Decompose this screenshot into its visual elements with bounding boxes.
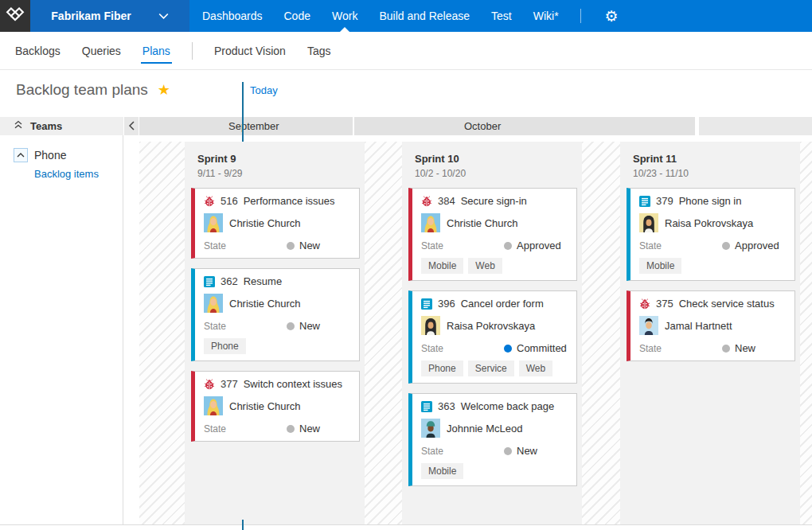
assignee-name: Johnnie McLeod [447,423,522,435]
tag-row: Mobile [421,463,569,479]
card-assignee-row: Jamal Hartnett [639,316,787,335]
settings-gear-icon[interactable]: ⚙ [605,9,619,24]
state-label: State [639,343,722,354]
chevron-down-icon [158,9,169,23]
assignee-name: Raisa Pokrovskaya [665,217,753,229]
card-title-row: 377 Switch context issues [204,378,352,390]
sprint-header: Sprint 1110/23 - 11/10 [620,142,800,179]
timeline-month-band: September October [139,117,812,135]
backlog-items-link[interactable]: Backlog items [34,168,123,180]
avatar [421,419,440,438]
work-item-card[interactable]: 363 Welcome back page Johnnie McLeod Sta… [408,393,577,486]
work-item-id: 384 [438,195,455,207]
sprint-column: Sprint 99/11 - 9/29 516 Performance issu… [185,142,365,524]
state-dot [287,322,295,330]
work-item-id: 516 [221,195,238,207]
nav-item-test[interactable]: Test [491,0,512,32]
tab-queries[interactable]: Queries [82,32,121,69]
work-item-id: 362 [221,275,238,287]
tag-row: MobileWeb [421,258,569,274]
avatar [421,316,440,335]
nav-item-build-and-release[interactable]: Build and Release [379,0,470,32]
state-label: State [421,343,504,354]
vsts-logo[interactable] [0,0,30,32]
tab-plans[interactable]: Plans [142,32,170,69]
team-collapse-button[interactable] [14,148,28,162]
project-name: Fabrikam Fiber [51,10,131,22]
backlog-item-icon [421,401,432,412]
state-value: Committed [504,342,567,354]
today-label: Today [250,84,278,96]
month-segment-october [354,117,695,135]
work-item-card[interactable]: 396 Cancel order form Raisa Pokrovskaya … [408,290,577,384]
work-item-title: Switch context issues [244,378,342,390]
month-segment-next [699,117,812,135]
card-stack: 379 Phone sign in Raisa Pokrovskaya Stat… [627,188,795,371]
timeline-gap [582,142,620,524]
top-nav: Fabrikam Fiber Dashboards Code Work Buil… [0,0,812,32]
work-item-title: Welcome back page [461,400,555,412]
backlog-item-icon [421,298,432,310]
card-state-row: State Approved [639,240,787,251]
work-item-card[interactable]: 375 Check service status Jamal Hartnett … [627,290,795,361]
nav-item-dashboards[interactable]: Dashboards [202,0,263,32]
favorite-star-icon[interactable]: ★ [158,83,170,97]
teams-panel-header[interactable]: Teams [0,117,123,135]
work-item-title: Secure sign-in [461,195,527,207]
card-assignee-row: Raisa Pokrovskaya [639,213,787,232]
state-label: State [421,240,504,251]
work-item-card[interactable]: 384 Secure sign-in Christie Church State… [408,188,577,281]
nav-item-wiki[interactable]: Wiki* [533,0,559,32]
timeline-gap [800,142,812,524]
avatar [204,396,223,415]
backlog-item-icon [639,196,650,207]
tag-chip: Mobile [421,258,463,274]
work-item-title: Performance issues [244,195,335,207]
sprint-dates: 9/11 - 9/29 [197,168,365,179]
assignee-name: Christie Church [229,400,301,412]
page-title: Backlog team plans [16,81,148,99]
state-dot [287,425,295,433]
tab-tags[interactable]: Tags [307,32,331,69]
sprint-dates: 10/23 - 11/10 [633,168,800,179]
avatar [204,294,223,313]
work-item-id: 379 [656,195,673,207]
card-assignee-row: Raisa Pokrovskaya [421,316,569,335]
team-name: Phone [34,149,66,162]
assignee-name: Christie Church [447,217,518,229]
work-hub-subnav: Backlogs Queries Plans Product Vision Ta… [0,32,812,70]
tab-backlogs[interactable]: Backlogs [15,32,61,69]
work-item-card[interactable]: 379 Phone sign in Raisa Pokrovskaya Stat… [627,188,795,281]
state-dot [287,242,295,250]
tag-chip: Phone [421,360,463,376]
work-item-card[interactable]: 377 Switch context issues Christie Churc… [191,371,360,442]
assignee-name: Jamal Hartnett [665,320,732,332]
tab-product-vision[interactable]: Product Vision [214,32,286,69]
sprint-column: Sprint 1010/2 - 10/20 384 Secure sign-in… [402,142,582,524]
card-title-row: 516 Performance issues [204,195,352,207]
teams-panel-title: Teams [30,120,62,132]
state-dot [722,242,730,250]
nav-item-work[interactable]: Work [332,0,357,32]
assignee-name: Christie Church [229,217,301,229]
tag-chip: Mobile [421,463,463,479]
project-selector[interactable]: Fabrikam Fiber [30,0,189,32]
nav-item-work-label: Work [332,10,357,22]
month-label-september: September [228,120,279,132]
work-item-card[interactable]: 362 Resume Christie Church State New Pho… [191,268,360,361]
state-label: State [421,446,504,457]
collapse-panel-button[interactable] [124,117,139,135]
timeline-bottom-border [0,524,812,525]
work-item-card[interactable]: 516 Performance issues Christie Church S… [191,188,360,259]
bug-icon [421,196,432,207]
work-item-id: 396 [438,298,455,310]
state-value: New [287,423,320,435]
card-stack: 516 Performance issues Christie Church S… [191,188,360,451]
nav-item-code[interactable]: Code [284,0,310,32]
card-assignee-row: Johnnie McLeod [421,419,569,438]
tag-chip: Phone [204,338,246,354]
avatar [421,213,440,232]
chevron-left-icon [128,119,135,134]
timeline-gap [365,142,402,524]
card-title-row: 379 Phone sign in [639,195,787,207]
